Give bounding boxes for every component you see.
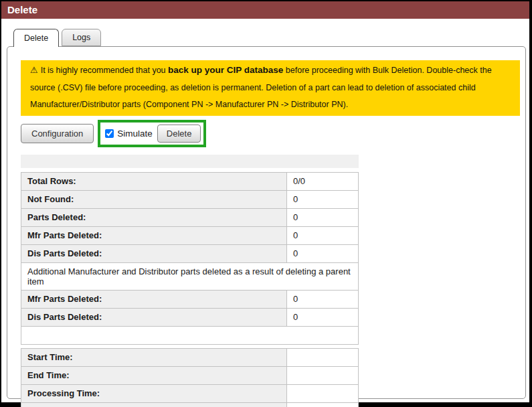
row-value: 0	[287, 244, 359, 262]
tab-logs[interactable]: Logs	[62, 29, 101, 46]
action-toolbar: Configuration Simulate Delete	[21, 120, 520, 147]
table-row: Last Error:	[21, 402, 359, 407]
row-value: 0/0	[287, 172, 359, 190]
row-value: 0	[287, 190, 359, 208]
delete-tab-panel: ⚠It is highly recommended that you back …	[7, 46, 526, 399]
delete-button[interactable]: Delete	[157, 125, 201, 143]
table-row: Total Rows: 0/0	[21, 172, 359, 190]
row-label: Total Rows:	[21, 172, 287, 190]
row-label: Last Error:	[21, 402, 287, 407]
table-row: Mfr Parts Deleted: 0	[21, 290, 359, 308]
tab-logs-label: Logs	[72, 33, 90, 42]
configuration-button[interactable]: Configuration	[21, 124, 94, 143]
table-row: Not Found: 0	[21, 190, 359, 208]
warning-text-1: It is highly recommended that you	[41, 66, 168, 75]
row-value: 0	[287, 226, 359, 244]
deletion-stats-table: Total Rows: 0/0 Not Found: 0 Parts Delet…	[21, 172, 359, 345]
table-row: Dis Parts Deleted: 0	[21, 308, 359, 326]
row-label: Mfr Parts Deleted:	[21, 226, 287, 244]
page-title: Delete	[1, 1, 529, 19]
row-value	[287, 366, 359, 384]
table-row: Start Time:	[21, 348, 359, 366]
tab-delete[interactable]: Delete	[13, 29, 59, 47]
table-row: Dis Parts Deleted: 0	[21, 244, 359, 262]
note-text: Additional Manufacturer and Distributor …	[21, 262, 359, 290]
table-row: Mfr Parts Deleted: 0	[21, 226, 359, 244]
row-label: Processing Time:	[21, 384, 287, 402]
simulate-delete-highlight-box: Simulate Delete	[98, 120, 206, 147]
table-row: Parts Deleted: 0	[21, 208, 359, 226]
table-row: End Time:	[21, 366, 359, 384]
row-label: End Time:	[21, 366, 287, 384]
simulate-checkbox[interactable]	[105, 129, 114, 138]
row-value: 0	[287, 290, 359, 308]
row-value	[287, 384, 359, 402]
simulate-label: Simulate	[117, 129, 154, 139]
progress-strip	[21, 155, 359, 168]
row-label: Mfr Parts Deleted:	[21, 290, 287, 308]
row-label: Parts Deleted:	[21, 208, 287, 226]
row-label: Start Time:	[21, 348, 287, 366]
warning-icon: ⚠	[30, 65, 38, 75]
empty-cell	[21, 326, 359, 344]
row-value: 0	[287, 308, 359, 326]
warning-banner: ⚠It is highly recommended that you back …	[21, 60, 520, 116]
page-frame: Delete Delete Logs ⚠It is highly recomme…	[0, 0, 532, 407]
row-value	[287, 348, 359, 366]
row-value	[287, 402, 359, 407]
table-note-row: Additional Manufacturer and Distributor …	[21, 262, 359, 290]
warning-text-bold: back up your CIP database	[168, 65, 283, 75]
table-empty-row	[21, 326, 359, 344]
table-row: Processing Time:	[21, 384, 359, 402]
row-label: Dis Parts Deleted:	[21, 244, 287, 262]
timing-table: Start Time: End Time: Processing Time: L…	[21, 348, 359, 407]
row-label: Dis Parts Deleted:	[21, 308, 287, 326]
row-label: Not Found:	[21, 190, 287, 208]
tab-bar: Delete Logs	[13, 29, 529, 46]
row-value: 0	[287, 208, 359, 226]
tab-delete-label: Delete	[24, 33, 48, 43]
